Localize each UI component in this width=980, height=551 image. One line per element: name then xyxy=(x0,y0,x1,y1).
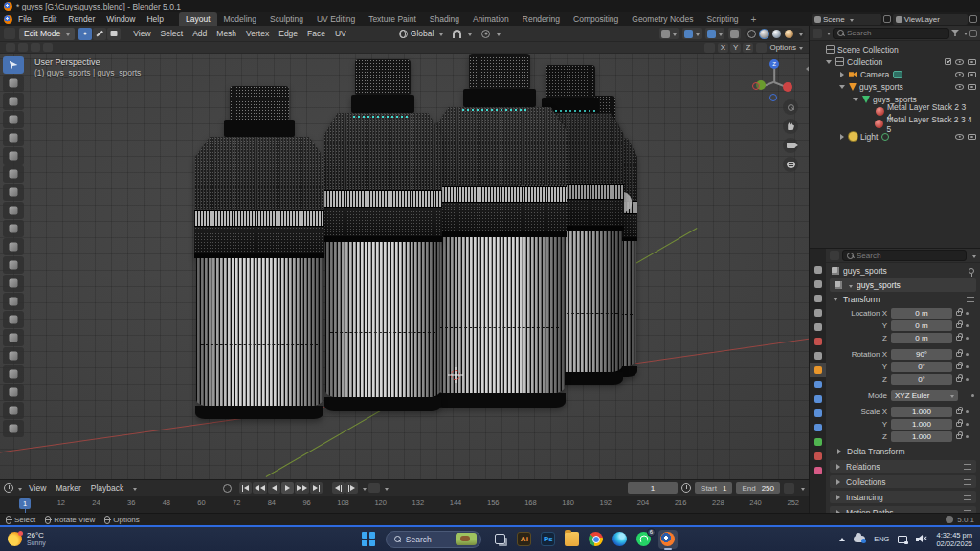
face-select-button[interactable] xyxy=(107,28,121,40)
ruler-frame-number[interactable]: 204 xyxy=(637,498,650,513)
tool-poly-build[interactable] xyxy=(3,311,24,328)
animate-dot-icon[interactable] xyxy=(966,423,969,426)
tool-measure[interactable] xyxy=(3,184,24,201)
edge-select-button[interactable] xyxy=(93,28,106,40)
workspace-tab[interactable]: Scripting xyxy=(701,12,746,26)
tool-transform[interactable] xyxy=(3,147,24,165)
hidden-icons-chevron[interactable] xyxy=(839,535,845,541)
properties-tab-collection[interactable] xyxy=(810,348,826,363)
clock-icon[interactable] xyxy=(4,483,13,493)
new-collection-button[interactable] xyxy=(969,30,977,37)
properties-section-header[interactable]: Collections xyxy=(830,475,976,488)
properties-tab-output[interactable] xyxy=(810,291,826,305)
properties-tab-particles[interactable] xyxy=(810,391,826,406)
rendered-shading-button[interactable] xyxy=(784,29,794,39)
tool-inset-faces[interactable] xyxy=(3,238,24,255)
ruler-frame-number[interactable]: 96 xyxy=(302,498,312,513)
frame-back-button[interactable] xyxy=(332,482,345,494)
workspace-tab[interactable]: Animation xyxy=(466,12,516,26)
start-button[interactable] xyxy=(362,532,376,546)
tool-shrink-fatten[interactable] xyxy=(3,384,24,401)
editor-type-icon[interactable] xyxy=(830,251,839,260)
navigation-gizmo[interactable]: Z xyxy=(752,59,796,103)
viewport-menu[interactable]: UV xyxy=(330,29,351,38)
ruler-frame-number[interactable]: 60 xyxy=(197,498,207,513)
gizmo-z-axis[interactable]: Z xyxy=(769,59,779,69)
properties-tab-constraints[interactable] xyxy=(810,420,826,434)
scale-value-field[interactable]: 1.000 xyxy=(891,407,952,417)
ruler-frame-number[interactable]: 240 xyxy=(749,498,762,513)
properties-tab-view-layer[interactable] xyxy=(810,305,826,320)
bottle-model-1[interactable] xyxy=(194,86,324,421)
ruler-frame-number[interactable]: 36 xyxy=(126,498,136,513)
transform-panel-header[interactable]: Transform xyxy=(826,293,980,306)
language-indicator[interactable]: ENG xyxy=(874,535,889,543)
clock-widget[interactable]: 4:32:45 pm 02/02/2026 xyxy=(936,531,972,548)
camera-toggle-icon[interactable] xyxy=(968,134,976,140)
taskbar-search[interactable]: Search xyxy=(386,531,481,548)
outliner-row-camera[interactable]: Camera xyxy=(810,68,980,80)
properties-tab-object[interactable] xyxy=(810,363,826,377)
outliner-search[interactable]: Search xyxy=(833,28,949,39)
ruler-frame-number[interactable]: 180 xyxy=(562,498,574,513)
taskbar-app-illustrator[interactable]: Ai xyxy=(515,530,534,549)
properties-tab-modifiers[interactable] xyxy=(810,377,826,391)
view-layer-selector[interactable]: ViewLayer xyxy=(893,14,968,25)
wireframe-shading-button[interactable] xyxy=(746,29,757,39)
pan-button[interactable] xyxy=(783,119,798,134)
ruler-frame-number[interactable]: 1 xyxy=(19,498,31,509)
viewport-menu[interactable]: Face xyxy=(302,29,330,38)
tool-select-box[interactable] xyxy=(3,56,24,74)
topbar-menu[interactable]: Render xyxy=(62,12,100,26)
xray-toggle[interactable] xyxy=(728,28,741,39)
animate-dot-icon[interactable] xyxy=(966,378,969,381)
tool-bevel[interactable] xyxy=(3,256,24,274)
cast-icon[interactable] xyxy=(898,536,907,543)
viewport-menu[interactable]: View xyxy=(128,29,155,38)
properties-tab-scene[interactable] xyxy=(810,320,826,334)
viewport-menu[interactable]: Mesh xyxy=(212,29,241,38)
transform-value-field[interactable]: 0 m xyxy=(891,308,952,319)
add-workspace-button[interactable]: + xyxy=(751,14,757,25)
ruler-frame-number[interactable]: 192 xyxy=(600,498,612,513)
ruler-frame-number[interactable]: 156 xyxy=(487,498,500,513)
topbar-menu[interactable]: Help xyxy=(141,12,168,26)
properties-tab-material[interactable] xyxy=(810,449,826,463)
eye-icon[interactable] xyxy=(955,72,964,77)
workspace-tab[interactable]: Texture Paint xyxy=(362,12,423,26)
eye-icon[interactable] xyxy=(955,134,964,140)
rotation-mode-dropdown[interactable]: XYZ Euler xyxy=(891,390,958,401)
bottle-model-2[interactable] xyxy=(323,59,442,413)
animate-dot-icon[interactable] xyxy=(966,337,969,340)
prev-keyframe-button[interactable] xyxy=(253,482,267,494)
pin-icon[interactable] xyxy=(969,268,974,274)
workspace-tab[interactable]: Shading xyxy=(423,12,466,26)
animate-dot-icon[interactable] xyxy=(966,324,969,327)
animate-dot-icon[interactable] xyxy=(966,410,969,413)
transform-value-field[interactable]: 90° xyxy=(891,349,952,360)
tool-extrude-region[interactable] xyxy=(3,220,24,237)
end-frame-field[interactable]: End 250 xyxy=(736,482,780,494)
lock-icon[interactable] xyxy=(956,352,962,357)
transform-value-field[interactable]: 0 m xyxy=(891,320,952,331)
camera-toggle-icon[interactable] xyxy=(968,84,976,90)
ruler-frame-number[interactable]: 132 xyxy=(412,498,425,513)
object-name-field[interactable]: guys_sports xyxy=(830,278,976,292)
viewport-menu[interactable]: Select xyxy=(156,29,189,38)
tool-loop-cut[interactable] xyxy=(3,275,24,292)
viewport-menu[interactable]: Edge xyxy=(274,29,302,38)
tool-mode-invert-icon[interactable] xyxy=(43,43,53,52)
animate-dot-icon[interactable] xyxy=(966,353,969,356)
tool-options-dropdown[interactable]: Options xyxy=(769,43,803,52)
ruler-frame-number[interactable]: 144 xyxy=(450,498,462,513)
scale-value-field[interactable]: 1.000 xyxy=(891,431,952,442)
editor-type-icon[interactable] xyxy=(4,28,15,39)
snap-magnet-icon[interactable] xyxy=(453,30,461,38)
lock-icon[interactable] xyxy=(956,409,962,414)
snap-options-chevron[interactable] xyxy=(468,33,472,38)
viewport-3d[interactable]: User Perspective (1) guys_sports | guys_… xyxy=(0,54,809,479)
lock-icon[interactable] xyxy=(956,434,962,439)
lock-icon[interactable] xyxy=(956,377,962,382)
ruler-frame-number[interactable]: 24 xyxy=(92,498,101,513)
tool-shear[interactable] xyxy=(3,402,24,419)
